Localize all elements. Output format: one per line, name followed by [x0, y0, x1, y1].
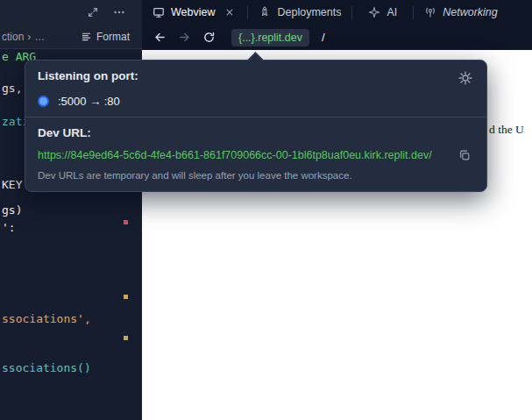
breadcrumb-collapsed-segment[interactable]: …	[34, 31, 45, 43]
back-arrow-icon	[153, 31, 167, 44]
close-icon	[225, 8, 234, 17]
url-path: /	[322, 31, 325, 44]
network-icon	[424, 6, 436, 18]
popup-divider	[25, 117, 486, 117]
code-line-fragment: KEY	[2, 178, 22, 191]
forward-button[interactable]	[174, 28, 195, 47]
refresh-icon	[202, 31, 216, 44]
warning-marker	[124, 336, 128, 340]
popup-title: Listening on port:	[38, 69, 138, 82]
error-marker	[124, 220, 128, 224]
expand-pane-button[interactable]	[84, 4, 102, 21]
code-line-fragment: gs,	[2, 82, 22, 95]
tab-deployments-label: Deployments	[277, 6, 341, 18]
port-settings-button[interactable]	[457, 69, 474, 87]
port-status-dot	[38, 96, 49, 107]
code-line-fragment: ':	[2, 221, 16, 234]
code-line-fragment: gs)	[2, 203, 22, 217]
refresh-button[interactable]	[198, 28, 219, 47]
breadcrumb[interactable]: ction › …	[2, 31, 75, 43]
copy-url-button[interactable]	[455, 146, 474, 165]
webview-text-fragment: d the U	[489, 123, 524, 137]
tab-bar: Webview Dep	[142, 0, 532, 25]
monitor-icon	[153, 6, 165, 18]
back-button[interactable]	[149, 28, 170, 47]
forward-arrow-icon	[178, 31, 191, 44]
tab-deployments[interactable]: Deployments	[248, 0, 351, 25]
webview-address-bar: {...}.replit.dev /	[142, 25, 532, 50]
dev-url-label: Dev URL:	[38, 126, 474, 139]
code-line-fragment: ssociations()	[2, 361, 91, 374]
close-tab-button[interactable]	[223, 5, 237, 19]
gear-icon	[458, 71, 472, 85]
sparkle-icon	[368, 6, 380, 18]
url-host-pill[interactable]: {...}.replit.dev	[231, 29, 309, 46]
warning-marker	[124, 295, 128, 299]
port-row[interactable]: :5000 → :80	[38, 95, 474, 108]
tab-ai-label: AI	[387, 6, 397, 18]
ellipsis-icon	[113, 6, 125, 18]
code-line-fragment: ssociations',	[2, 312, 91, 325]
editor-breadcrumb-bar: ction › … Format	[0, 25, 142, 49]
tab-networking[interactable]: Networking	[414, 0, 508, 25]
dev-url-popup: Listening on port: :5000 → :80 Dev URL: …	[25, 60, 487, 192]
port-mapping: :5000 → :80	[58, 95, 120, 108]
format-icon	[81, 31, 92, 42]
editor-pane-toolbar	[0, 0, 142, 25]
more-options-button[interactable]	[110, 4, 128, 21]
format-button-label: Format	[96, 31, 130, 43]
expand-icon	[87, 6, 99, 18]
tab-ai[interactable]: AI	[352, 0, 413, 25]
copy-icon	[458, 149, 471, 161]
breadcrumb-segment[interactable]: ction	[2, 31, 24, 43]
format-button[interactable]: Format	[75, 28, 135, 46]
dev-url-note: Dev URLs are temporary and will sleep af…	[38, 170, 474, 181]
dev-url-link[interactable]: https://84e9ed64-5c6d-4fe4-b661-861f7090…	[38, 149, 455, 161]
tab-webview-label: Webview	[171, 6, 215, 18]
breadcrumb-separator: ›	[27, 31, 31, 43]
rocket-icon	[259, 6, 271, 18]
tab-webview[interactable]: Webview	[142, 0, 247, 25]
tab-networking-label: Networking	[443, 6, 498, 18]
replit-workspace: ction › … Format e ARG gs, zation KEY gs…	[0, 0, 532, 420]
